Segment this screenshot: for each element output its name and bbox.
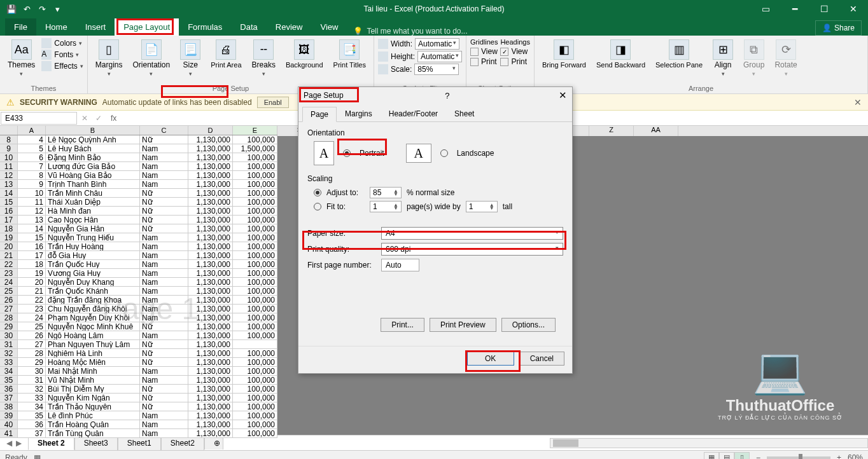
col-header-d[interactable]: D [188, 126, 233, 135]
table-row[interactable]: 1814Nguyễn Gia HânNữ1,130,000100,000 [0, 224, 277, 233]
scale-input[interactable]: 85%▾ [414, 64, 459, 75]
tab-insert[interactable]: Insert [76, 18, 115, 36]
col-header-c[interactable]: C [140, 126, 188, 135]
security-close-icon[interactable]: ✕ [854, 97, 862, 107]
paper-size-select[interactable]: A4▾ [381, 227, 563, 240]
first-page-input[interactable]: Auto [381, 259, 419, 271]
table-row[interactable]: 3935Lê đình PhúcNam1,130,000100,000 [0, 411, 277, 420]
print-quality-select[interactable]: 600 dpi▾ [381, 243, 563, 256]
zoom-slider[interactable] [767, 456, 830, 459]
table-row[interactable]: 3834Trần Thảo NguyênNữ1,130,000100,000 [0, 402, 277, 411]
table-row[interactable]: 2521Trần Quốc KhánhNam1,130,000100,000 [0, 287, 277, 296]
table-row[interactable]: 2218Trần Quốc HuyNam1,130,000100,000 [0, 260, 277, 269]
tab-view[interactable]: View [311, 18, 347, 36]
table-row[interactable]: 106Đặng Minh BảoNam1,130,000100,000 [0, 153, 277, 162]
dialog-close-icon[interactable]: ✕ [559, 90, 567, 101]
sheet-nav-next-icon[interactable]: ▶ [16, 439, 22, 448]
print-button[interactable]: Print... [381, 318, 424, 332]
themes-button[interactable]: AaThemes▾ [4, 38, 39, 79]
rotate-button[interactable]: ⟳Rotate▾ [771, 38, 801, 79]
close-icon[interactable]: ✕ [839, 0, 868, 18]
bring-forward-button[interactable]: ◧Bring Forward [538, 38, 590, 70]
save-icon[interactable]: 💾 [5, 3, 18, 15]
macros-icon[interactable]: ▦ [34, 453, 41, 460]
fit-wide-input[interactable]: 1▲▼ [370, 201, 402, 212]
tab-formulas[interactable]: Formulas [179, 18, 231, 36]
print-area-button[interactable]: 🖨Print Area [207, 38, 245, 70]
table-row[interactable]: 2723Chu Nguyễn đăng KhôiNam1,130,000100,… [0, 305, 277, 313]
table-row[interactable]: 3632Bùi Thị Diễm MyNữ1,130,000100,000 [0, 385, 277, 394]
qat-customize-icon[interactable]: ▾ [51, 3, 64, 15]
size-button[interactable]: 📃Size▾ [176, 38, 204, 79]
col-header-b[interactable]: B [46, 126, 140, 135]
table-row[interactable]: 117Lương đức Gia BảoNam1,130,000100,000 [0, 162, 277, 171]
table-row[interactable]: 1915Nguyễn Trung HiếuNam1,130,000100,000 [0, 233, 277, 242]
table-row[interactable]: 4137Trần Tùng QuânNam1,130,000100,000 [0, 429, 277, 438]
tab-page-layout[interactable]: Page Layout [115, 18, 179, 36]
tell-me[interactable]: 💡Tell me what you want to do... [353, 27, 467, 36]
fit-tall-input[interactable]: 1▲▼ [466, 201, 498, 212]
table-row[interactable]: 2117đỗ Gia HuyNam1,130,000100,000 [0, 251, 277, 260]
landscape-radio[interactable] [440, 149, 448, 157]
width-select[interactable]: Automatic▾ [415, 38, 459, 50]
col-header[interactable]: Z [589, 126, 634, 136]
page-layout-view-icon[interactable]: ▤ [719, 452, 734, 460]
table-row[interactable]: 1511Thái Xuân DiệpNữ1,130,000100,000 [0, 198, 277, 207]
gridlines-print-checkbox[interactable] [470, 58, 479, 66]
table-row[interactable]: 139Trịnh Thanh BìnhNam1,130,000100,000 [0, 180, 277, 189]
table-row[interactable]: 3026Ngô Hoàng LâmNam1,130,000100,000 [0, 331, 277, 340]
sheet-nav-prev-icon[interactable]: ◀ [6, 439, 12, 448]
table-row[interactable]: 2016Trần Huy HoàngNam1,130,000100,000 [0, 242, 277, 251]
zoom-level[interactable]: 60% [848, 453, 863, 460]
zoom-in-icon[interactable]: + [837, 453, 841, 460]
adjust-to-input[interactable]: 85▲▼ [370, 187, 402, 198]
table-row[interactable]: 3127Phan Nguyen Thuỳ LâmNữ1,130,000 [0, 340, 277, 349]
table-row[interactable]: 3329Hoàng Mộc MiênNữ1,130,000100,000 [0, 358, 277, 367]
fit-to-radio[interactable] [314, 203, 321, 210]
fonts-button[interactable]: AFonts▾ [41, 50, 83, 60]
enable-content-button[interactable]: Enabl [257, 97, 289, 108]
print-preview-button[interactable]: Print Preview [430, 318, 496, 332]
col-header[interactable]: AA [634, 126, 678, 136]
align-button[interactable]: ⊞Align▾ [709, 38, 737, 79]
table-row[interactable]: 1713Cao Ngọc HânNữ1,130,000100,000 [0, 216, 277, 224]
dialog-tab-header-footer[interactable]: Header/Footer [381, 106, 446, 121]
table-row[interactable]: 1410Trần Minh ChâuNữ1,130,000100,000 [0, 189, 277, 198]
table-row[interactable]: 2319Vương Gia HuyNam1,130,000100,000 [0, 269, 277, 278]
add-sheet-button[interactable]: ⊕ [204, 436, 223, 449]
portrait-radio[interactable] [343, 149, 351, 157]
dialog-tab-margins[interactable]: Margins [337, 106, 381, 121]
fx-icon[interactable]: fx [106, 114, 122, 123]
table-row[interactable]: 2420Nguyễn Duy KhangNam1,130,000100,000 [0, 278, 277, 287]
tab-file[interactable]: File [5, 18, 36, 36]
adjust-to-radio[interactable] [314, 189, 321, 196]
cancel-button[interactable]: Cancel [519, 352, 564, 366]
grid[interactable]: A B C D E 84Lê Ngọc Quỳnh AnhNữ1,130,000… [0, 126, 277, 438]
ok-button[interactable]: OK [467, 352, 514, 366]
name-box[interactable]: E433 [1, 112, 77, 125]
dialog-help-icon[interactable]: ? [445, 91, 449, 100]
undo-icon[interactable]: ↶ [20, 3, 33, 15]
tab-home[interactable]: Home [36, 18, 76, 36]
group-button[interactable]: ⧉Group▾ [739, 38, 768, 79]
redo-icon[interactable]: ↷ [36, 3, 48, 15]
select-all-corner[interactable] [0, 126, 18, 135]
orientation-button[interactable]: 📄Orientation▾ [129, 38, 174, 79]
col-header-a[interactable]: A [18, 126, 46, 135]
table-row[interactable]: 3430Mai Nhật MinhNam1,130,000100,000 [0, 367, 277, 376]
zoom-out-icon[interactable]: − [756, 453, 760, 460]
minimize-icon[interactable]: ━ [780, 0, 809, 18]
enter-formula-icon[interactable]: ✓ [92, 114, 106, 123]
dialog-tab-page[interactable]: Page [302, 107, 337, 122]
table-row[interactable]: 3733Nguyễn Kim NgânNữ1,130,000100,000 [0, 394, 277, 402]
selection-pane-button[interactable]: ▥Selection Pane [652, 38, 706, 70]
tab-data[interactable]: Data [231, 18, 266, 36]
maximize-icon[interactable]: ☐ [809, 0, 839, 18]
tab-review[interactable]: Review [267, 18, 312, 36]
colors-button[interactable]: Colors▾ [41, 38, 83, 48]
horizontal-scrollbar[interactable] [550, 438, 868, 448]
print-titles-button[interactable]: 📑Print Titles [330, 38, 370, 70]
table-row[interactable]: 2824Phạm Nguyễn Duy KhôiNam1,130,000100,… [0, 313, 277, 322]
table-row[interactable]: 2622đặng Trần đăng KhoaNam1,130,000100,0… [0, 296, 277, 305]
cancel-formula-icon[interactable]: ✕ [78, 114, 92, 123]
